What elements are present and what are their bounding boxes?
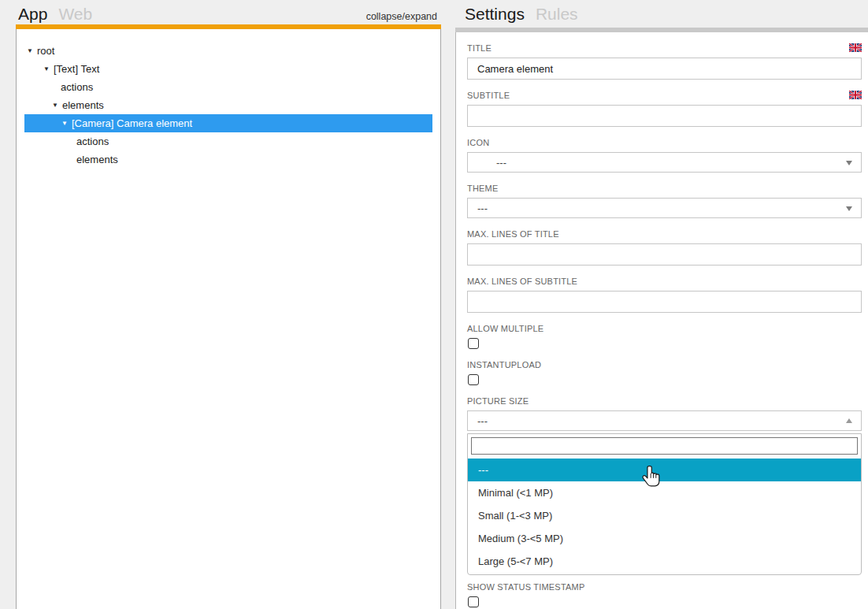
icon-select-value: --- [496, 157, 506, 169]
field-allow-multiple: ALLOW MULTIPLE [467, 323, 862, 349]
field-instantupload: INSTANTUPLOAD [467, 359, 862, 385]
tree-node-root[interactable]: ▼ root [24, 42, 432, 60]
tree-node-label: root [37, 45, 54, 57]
field-title: TITLE [467, 43, 862, 80]
uk-flag-icon[interactable] [849, 43, 862, 52]
allow-multiple-checkbox[interactable] [468, 338, 479, 349]
icon-label: ICON [467, 138, 489, 147]
tree-node-label: [Text] Text [54, 63, 99, 75]
theme-select-value: --- [477, 202, 488, 214]
left-panel-header: App Web collapse/expand [16, 0, 441, 24]
allow-multiple-label: ALLOW MULTIPLE [467, 324, 543, 333]
show-status-timestamp-checkbox[interactable] [468, 596, 479, 607]
chevron-down-icon [846, 161, 852, 165]
title-label: TITLE [467, 43, 491, 53]
show-status-timestamp-label: SHOW STATUS TIMESTAMP [467, 582, 584, 592]
field-show-status-timestamp: SHOW STATUS TIMESTAMP [467, 581, 862, 607]
theme-label: THEME [467, 184, 499, 193]
tree-node-text[interactable]: ▼ [Text] Text [24, 60, 432, 78]
tree-node-label: actions [61, 81, 93, 93]
field-picture-size: PICTURE SIZE --- --- Minimal (<1 MP) Sma… [467, 395, 862, 575]
tab-settings[interactable]: Settings [465, 4, 525, 24]
tree-node-label: elements [62, 99, 104, 111]
subtitle-input[interactable] [467, 105, 862, 127]
tree-node-label: [Camera] Camera element [72, 117, 192, 129]
tree-node-elements[interactable]: ▼ elements [24, 96, 432, 114]
max-lines-of-subtitle-input[interactable] [467, 291, 862, 313]
chevron-up-icon [846, 418, 852, 423]
instantupload-label: INSTANTUPLOAD [467, 360, 541, 369]
field-theme: THEME --- [467, 183, 862, 218]
field-max-lines-of-subtitle: MAX. LINES OF SUBTITLE [467, 276, 862, 313]
expand-arrow-icon[interactable]: ▼ [61, 121, 72, 127]
option-none[interactable]: --- [468, 459, 861, 481]
tab-app[interactable]: App [18, 4, 47, 24]
dropdown-search-input[interactable] [471, 437, 858, 455]
app-tree-panel: ▼ root ▼ [Text] Text actions ▼ elements … [16, 29, 441, 609]
expand-arrow-icon[interactable]: ▼ [52, 102, 62, 109]
uk-flag-icon[interactable] [849, 91, 862, 99]
expand-arrow-icon[interactable]: ▼ [27, 48, 37, 54]
collapse-expand-link[interactable]: collapse/expand [366, 11, 437, 24]
element-tree: ▼ root ▼ [Text] Text actions ▼ elements … [24, 42, 432, 169]
tree-node-camera-element[interactable]: ▼ [Camera] Camera element [24, 114, 432, 132]
theme-select[interactable]: --- [467, 198, 862, 218]
option-medium[interactable]: Medium (3-<5 MP) [468, 527, 861, 550]
field-icon: ICON --- [467, 137, 862, 173]
icon-select[interactable]: --- [467, 152, 862, 173]
picture-size-select[interactable]: --- [467, 410, 862, 431]
max-lines-of-title-label: MAX. LINES OF TITLE [467, 229, 559, 239]
field-subtitle: SUBTITLE [467, 90, 862, 127]
chevron-down-icon [846, 206, 852, 211]
tab-rules[interactable]: Rules [536, 4, 578, 24]
option-minimal[interactable]: Minimal (<1 MP) [468, 481, 861, 504]
max-lines-of-title-input[interactable] [467, 243, 862, 266]
right-panel-header: Settings Rules [465, 0, 868, 24]
subtitle-label: SUBTITLE [467, 91, 510, 100]
tree-node-label: elements [76, 154, 118, 165]
option-large[interactable]: Large (5-<7 MP) [468, 550, 861, 573]
tab-web[interactable]: Web [58, 4, 92, 24]
field-max-lines-of-title: MAX. LINES OF TITLE [467, 228, 862, 266]
picture-size-select-value: --- [477, 415, 488, 427]
expand-arrow-icon[interactable]: ▼ [43, 66, 54, 72]
tree-node-camera-actions[interactable]: actions [24, 132, 432, 150]
title-input[interactable] [467, 58, 862, 80]
picture-size-dropdown: --- Minimal (<1 MP) Small (1-<3 MP) Medi… [467, 433, 862, 575]
max-lines-of-subtitle-label: MAX. LINES OF SUBTITLE [467, 277, 577, 286]
picture-size-label: PICTURE SIZE [467, 396, 529, 406]
tree-node-label: actions [76, 136, 109, 147]
option-small[interactable]: Small (1-<3 MP) [468, 504, 861, 527]
instantupload-checkbox[interactable] [468, 374, 479, 385]
settings-panel: TITLE SUBTITLE ICON [455, 32, 868, 609]
tree-node-camera-elements[interactable]: elements [24, 150, 432, 169]
tree-node-actions[interactable]: actions [24, 78, 432, 96]
